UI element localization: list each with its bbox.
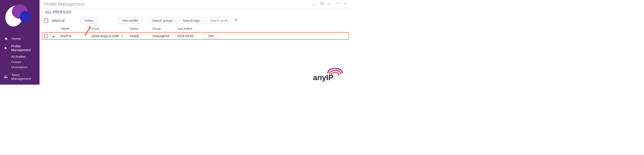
nav-label: My Account	[12, 84, 29, 85]
svg-point-3	[6, 76, 7, 77]
wrench-icon	[4, 84, 8, 85]
chevron-down-icon: ▾	[202, 20, 203, 22]
nav-sub-unassigned[interactable]: Unassigned	[11, 65, 40, 70]
main-content: Profile Management ALL PROFILES Select a…	[40, 0, 351, 85]
nav-profile-management[interactable]: Profile Management	[0, 42, 40, 54]
new-profile-button[interactable]: New profile	[118, 18, 142, 24]
moon-icon[interactable]	[328, 1, 332, 7]
cell-proxy: portal.anyip.io:1080 ✔	[92, 34, 130, 38]
dropdown-label: Search groups	[152, 19, 173, 22]
cursor-icon	[4, 46, 8, 50]
sidebar: Home Profile Management All Profiles Gro…	[0, 0, 40, 85]
nav-my-account[interactable]: My Account	[0, 82, 40, 85]
annotation-arrow	[84, 25, 92, 37]
cell-status: Ready	[130, 34, 152, 38]
app-logo	[0, 0, 40, 34]
refresh-icon[interactable]	[335, 1, 340, 7]
section-title: ALL PROFILES	[40, 8, 351, 16]
search-tags-dropdown[interactable]: Search tags ▾	[180, 18, 205, 24]
svg-point-1	[20, 11, 30, 23]
search-profiles-input[interactable]	[208, 18, 230, 24]
nav: Home Profile Management All Profiles Gro…	[0, 35, 40, 85]
header-icons	[312, 1, 347, 7]
home-icon	[4, 37, 8, 41]
chevron-down-icon: ▾	[174, 20, 176, 22]
nav-label: Profile Management	[11, 44, 37, 52]
nav-team-management[interactable]: Team Management	[0, 71, 40, 82]
page-title: Profile Management	[44, 2, 84, 7]
col-group: Group	[152, 27, 177, 30]
cell-group: Unassigned	[152, 34, 177, 38]
nav-home[interactable]: Home	[0, 35, 40, 42]
toolbar: Select all Action New profile Search gro…	[40, 16, 351, 26]
header: Profile Management	[40, 0, 351, 8]
users-icon	[4, 75, 8, 78]
search-groups-dropdown[interactable]: Search groups ▾	[150, 18, 178, 24]
svg-text:anyIP: anyIP	[313, 73, 334, 82]
nav-label: Team Management	[11, 73, 37, 81]
expand-icon[interactable]: ▶	[53, 35, 55, 38]
select-all-checkbox[interactable]	[44, 19, 48, 23]
action-button[interactable]: Action	[80, 18, 98, 24]
col-status: Status	[130, 27, 152, 30]
send-icon[interactable]	[320, 1, 324, 7]
anyip-logo: anyIP	[312, 68, 348, 83]
nav-label: Home	[12, 37, 21, 41]
check-icon: ✔	[121, 34, 124, 38]
svg-point-2	[4, 76, 6, 77]
logout-icon[interactable]	[343, 1, 347, 7]
select-all-label: Select all	[52, 19, 64, 22]
row-checkbox[interactable]	[44, 34, 48, 38]
col-proxy: Proxy	[92, 27, 130, 30]
nav-sub-groups[interactable]: Groups	[11, 59, 40, 65]
col-last-edited: Last edited	[177, 27, 202, 30]
dropdown-label: Search tags	[183, 19, 200, 22]
gear-icon[interactable]	[233, 18, 238, 23]
nav-sub-all-profiles[interactable]: All Profiles	[11, 54, 40, 59]
cell-last-edited: 2024-03-06	[177, 34, 202, 38]
start-button[interactable]: Start	[203, 33, 219, 39]
recycle-icon[interactable]	[312, 1, 316, 7]
nav-subitems: All Profiles Groups Unassigned	[11, 54, 40, 70]
more-icon[interactable]: ⋮	[220, 34, 226, 38]
